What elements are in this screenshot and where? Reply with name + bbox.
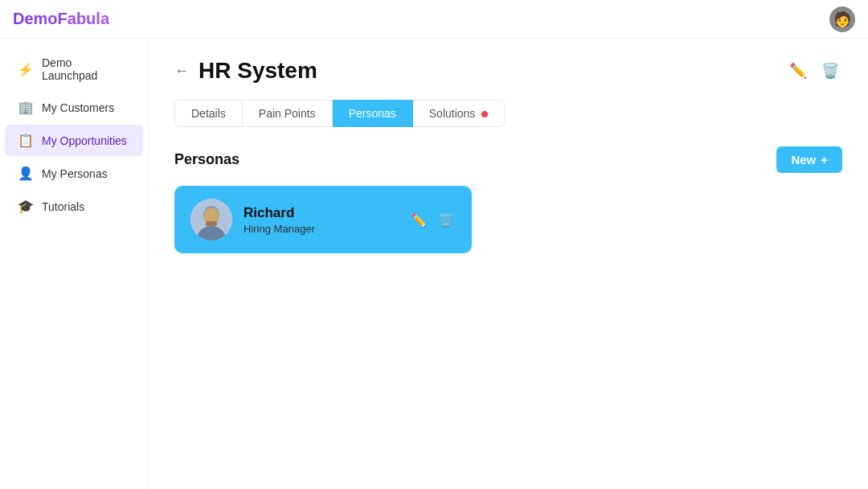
persona-avatar: [190, 199, 232, 240]
sidebar-label-demo-launchpad: Demo Launchpad: [42, 56, 130, 82]
launchpad-icon: ⚡: [18, 62, 34, 77]
sidebar-item-my-opportunities[interactable]: 📋 My Opportunities: [5, 125, 143, 156]
tab-solutions[interactable]: Solutions: [413, 100, 505, 127]
sidebar: ⚡ Demo Launchpad 🏢 My Customers 📋 My Opp…: [0, 39, 149, 489]
topbar: DemoFabula 🧑: [0, 0, 868, 39]
sidebar-item-my-personas[interactable]: 👤 My Personas: [5, 158, 143, 189]
new-button-icon: +: [821, 153, 828, 166]
tab-pain-points[interactable]: Pain Points: [243, 100, 333, 127]
new-persona-button[interactable]: New +: [776, 146, 842, 173]
page-header: ← HR System ✏️ 🗑️: [174, 58, 842, 84]
sidebar-item-demo-launchpad[interactable]: ⚡ Demo Launchpad: [5, 48, 143, 90]
page-actions: ✏️ 🗑️: [786, 59, 842, 83]
section-title: Personas: [174, 151, 240, 168]
solutions-badge: [481, 111, 488, 117]
persona-name: Richard: [244, 205, 398, 221]
sidebar-label-tutorials: Tutorials: [42, 200, 84, 213]
app-logo: DemoFabula: [13, 10, 109, 28]
persona-edit-button[interactable]: ✏️: [409, 211, 428, 229]
user-avatar[interactable]: 🧑: [829, 6, 855, 32]
persona-card-actions: ✏️ 🗑️: [409, 211, 456, 229]
sidebar-item-tutorials[interactable]: 🎓 Tutorials: [5, 191, 143, 222]
tabs: Details Pain Points Personas Solutions: [174, 100, 842, 127]
sidebar-label-my-opportunities: My Opportunities: [42, 134, 127, 147]
tutorials-icon: 🎓: [18, 199, 34, 214]
svg-rect-5: [206, 221, 217, 226]
new-button-label: New: [791, 153, 816, 166]
sidebar-item-my-customers[interactable]: 🏢 My Customers: [5, 92, 143, 123]
page-title: HR System: [199, 58, 317, 84]
main-content: ← HR System ✏️ 🗑️ Details Pain Points Pe…: [149, 39, 868, 489]
persona-delete-button[interactable]: 🗑️: [436, 211, 456, 229]
section-header: Personas New +: [174, 146, 842, 173]
tab-details[interactable]: Details: [174, 100, 243, 127]
tab-personas[interactable]: Personas: [333, 100, 413, 127]
sidebar-label-my-customers: My Customers: [42, 101, 114, 114]
persona-card: Richard Hiring Manager ✏️ 🗑️: [174, 186, 472, 253]
delete-button[interactable]: 🗑️: [818, 59, 842, 83]
persona-info: Richard Hiring Manager: [244, 205, 398, 235]
app-layout: ⚡ Demo Launchpad 🏢 My Customers 📋 My Opp…: [0, 39, 868, 489]
page-header-left: ← HR System: [174, 58, 317, 84]
sidebar-label-my-personas: My Personas: [42, 167, 108, 180]
edit-button[interactable]: ✏️: [786, 59, 810, 83]
opportunities-icon: 📋: [18, 133, 34, 148]
personas-icon: 👤: [18, 166, 34, 181]
persona-role: Hiring Manager: [244, 223, 398, 235]
back-button[interactable]: ←: [174, 63, 189, 80]
customers-icon: 🏢: [18, 100, 34, 115]
